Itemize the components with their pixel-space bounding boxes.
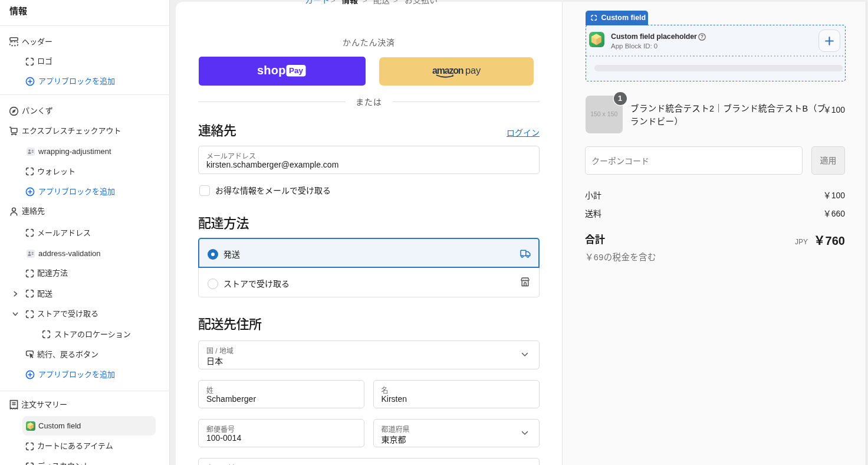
svg-text:amazon: amazon bbox=[432, 66, 463, 76]
svg-text:pay: pay bbox=[465, 65, 481, 76]
svg-text:?: ? bbox=[701, 34, 703, 40]
svg-text:shop: shop bbox=[257, 64, 286, 77]
svg-text:Pay: Pay bbox=[289, 66, 304, 75]
